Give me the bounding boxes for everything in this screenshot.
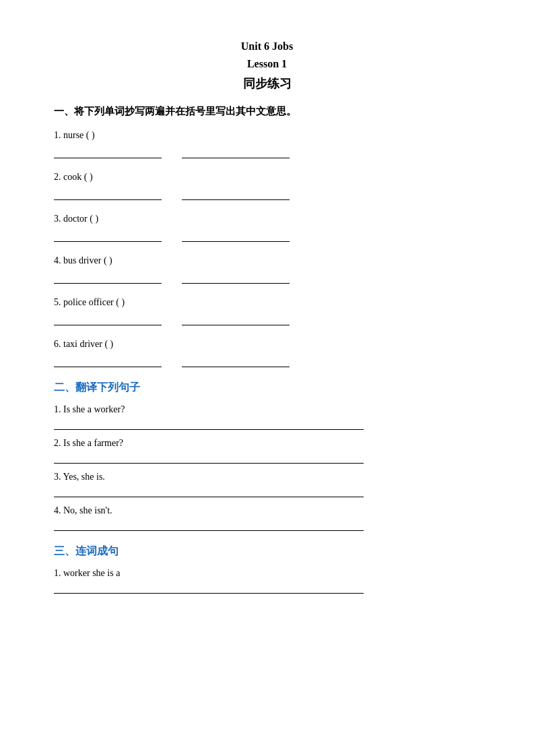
vocab-word-6: 6. taxi driver ( )	[54, 339, 480, 350]
section-three: 三、连词成句 1. worker she is a	[54, 544, 480, 594]
vocab-text-3: doctor	[63, 214, 88, 224]
section-one: 一、将下列单词抄写两遍并在括号里写出其中文意思。 1. nurse ( ) 2.…	[54, 105, 480, 367]
write-line-6a[interactable]	[54, 354, 162, 367]
rearrange-answer-1[interactable]	[54, 580, 364, 594]
vocab-number-5: 5.	[54, 297, 63, 307]
unit-title: Unit 6 Jobs	[54, 40, 480, 53]
write-line-5b[interactable]	[182, 312, 290, 325]
translate-sentence-2: 2. Is she a farmer?	[54, 438, 480, 449]
vocab-item-5: 5. police officer ( )	[54, 297, 480, 325]
write-line-3a[interactable]	[54, 228, 162, 242]
rearrange-sentence-1: 1. worker she is a	[54, 568, 480, 579]
vocab-word-5: 5. police officer ( )	[54, 297, 480, 308]
vocab-number-2: 2.	[54, 172, 63, 182]
write-line-5a[interactable]	[54, 312, 162, 325]
vocab-write-lines-4	[54, 270, 480, 284]
vocab-word-1: 1. nurse ( )	[54, 130, 480, 141]
vocab-word-3: 3. doctor ( )	[54, 214, 480, 224]
vocab-write-lines-5	[54, 312, 480, 325]
translate-sentence-3: 3. Yes, she is.	[54, 472, 480, 482]
translate-item-4: 4. No, she isn't.	[54, 505, 480, 531]
vocab-parens-5: ( )	[116, 297, 125, 307]
vocab-parens-3: ( )	[90, 214, 98, 224]
write-line-1b[interactable]	[182, 145, 290, 158]
write-line-1a[interactable]	[54, 145, 162, 158]
translate-sentence-4: 4. No, she isn't.	[54, 505, 480, 516]
vocab-text-2: cook	[63, 172, 81, 182]
vocab-item-6: 6. taxi driver ( )	[54, 339, 480, 367]
vocab-word-2: 2. cook ( )	[54, 172, 480, 183]
vocab-word-4: 4. bus driver ( )	[54, 255, 480, 266]
lesson-title: Lesson 1	[54, 58, 480, 70]
translate-answer-3[interactable]	[54, 484, 364, 497]
write-line-2b[interactable]	[182, 187, 290, 200]
vocab-item-1: 1. nurse ( )	[54, 130, 480, 158]
vocab-text-4: bus driver	[63, 255, 101, 265]
section-one-title: 一、将下列单词抄写两遍并在括号里写出其中文意思。	[54, 105, 480, 118]
vocab-text-1: nurse	[63, 130, 84, 140]
translate-answer-2[interactable]	[54, 450, 364, 464]
vocab-item-4: 4. bus driver ( )	[54, 255, 480, 284]
vocab-item-2: 2. cook ( )	[54, 172, 480, 200]
write-line-3b[interactable]	[182, 228, 290, 242]
section-two: 二、翻译下列句子 1. Is she a worker? 2. Is she a…	[54, 381, 480, 531]
translate-sentence-1: 1. Is she a worker?	[54, 404, 480, 415]
vocab-write-lines-3	[54, 228, 480, 242]
translate-answer-4[interactable]	[54, 517, 364, 531]
vocab-write-lines-2	[54, 187, 480, 200]
vocab-number-3: 3.	[54, 214, 63, 224]
translate-item-3: 3. Yes, she is.	[54, 472, 480, 497]
write-line-4b[interactable]	[182, 270, 290, 284]
vocab-number-4: 4.	[54, 255, 63, 265]
vocab-text-5: police officer	[63, 297, 114, 307]
sync-title: 同步练习	[54, 75, 480, 92]
vocab-parens-2: ( )	[84, 172, 93, 182]
vocab-write-lines-6	[54, 354, 480, 367]
translate-answer-1[interactable]	[54, 416, 364, 430]
translate-item-2: 2. Is she a farmer?	[54, 438, 480, 464]
vocab-number-1: 1.	[54, 130, 63, 140]
write-line-4a[interactable]	[54, 270, 162, 284]
vocab-parens-1: ( )	[86, 130, 95, 140]
write-line-2a[interactable]	[54, 187, 162, 200]
vocab-text-6: taxi driver	[63, 339, 102, 349]
translate-item-1: 1. Is she a worker?	[54, 404, 480, 430]
vocab-write-lines-1	[54, 145, 480, 158]
vocab-number-6: 6.	[54, 339, 63, 349]
page-header: Unit 6 Jobs Lesson 1 同步练习	[54, 40, 480, 92]
rearrange-item-1: 1. worker she is a	[54, 568, 480, 594]
write-line-6b[interactable]	[182, 354, 290, 367]
vocab-item-3: 3. doctor ( )	[54, 214, 480, 242]
section-two-title: 二、翻译下列句子	[54, 381, 480, 395]
section-three-title: 三、连词成句	[54, 544, 480, 559]
vocab-parens-6: ( )	[104, 339, 113, 349]
vocab-parens-4: ( )	[104, 255, 112, 265]
